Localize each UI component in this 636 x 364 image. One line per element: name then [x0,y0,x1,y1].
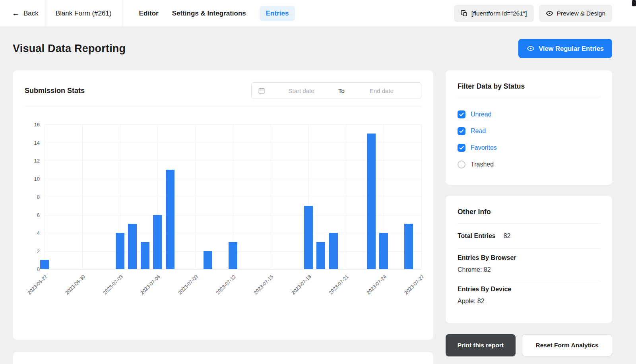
status-filter-list: UnreadReadFavoritesTrashed [458,106,600,173]
x-axis-tick-label: 2023-07-18 [290,274,312,296]
eye-icon [527,45,535,52]
status-option-read[interactable]: Read [458,123,600,139]
status-option-label: Read [471,128,486,135]
chart-bar[interactable] [229,242,237,269]
filter-status-card: Filter Data by Status UnreadReadFavorite… [446,70,612,185]
chart-bar[interactable] [204,251,212,269]
chart-bar[interactable] [367,134,376,269]
topbar-actions: [fluentform id="261"] Preview & Design [454,5,612,22]
vertical-gridline [195,124,196,269]
entries-by-device-value: Apple: 82 [458,298,600,305]
tab-nav: EditorSettings & IntegrationsEntries [139,0,295,27]
back-button[interactable]: ← Back [0,0,45,27]
report-actions: Print this report Reset Form Analytics [446,334,612,356]
divider [458,98,600,98]
total-entries-value: 82 [504,232,511,240]
x-axis-line [45,269,421,269]
chart-title: Submission Stats [25,87,85,95]
scrollbar-thumb[interactable] [632,0,636,6]
status-option-label: Unread [471,111,491,118]
chart-bar[interactable] [329,233,338,269]
x-axis-tick-label: 2023-07-06 [140,274,161,296]
x-axis-tick-label: 2023-06-30 [64,274,86,296]
chart-bar[interactable] [379,233,388,269]
calendar-icon [258,87,265,94]
x-axis-tick-label: 2023-07-21 [328,274,350,296]
y-axis-tick-label: 2 [37,248,40,254]
chart-bar[interactable] [141,242,149,269]
tab-editor[interactable]: Editor [139,6,159,21]
checkbox-checked-icon[interactable] [458,127,465,135]
submission-stats-card: Submission Stats Start date To End date [13,70,433,340]
tab-settings-integrations[interactable]: Settings & Integrations [172,6,246,21]
page-title: Visual Data Reporting [13,43,126,55]
checkbox-unchecked-icon[interactable] [458,161,465,168]
entries-by-browser-label: Entries By Browser [458,254,600,261]
chart-bar[interactable] [128,224,137,269]
chart-bar[interactable] [40,260,49,269]
form-title: Blank Form (#261) [45,10,122,17]
main-columns: Submission Stats Start date To End date [13,70,612,364]
report-column: Submission Stats Start date To End date [13,70,433,364]
vertical-gridline [271,124,271,269]
chart-bar[interactable] [153,215,162,269]
status-option-favorites[interactable]: Favorites [458,139,600,156]
chart-plot: 02468101214162023-06-272023-06-302023-07… [45,124,421,269]
chart-bar[interactable] [166,170,175,269]
chart-bar[interactable] [404,224,413,269]
total-entries-row: Total Entries 82 [458,224,600,248]
preview-design-button[interactable]: Preview & Design [539,5,612,22]
x-axis-tick-label: 2023-07-27 [403,274,425,296]
end-date-input[interactable]: End date [347,87,416,94]
vertical-gridline [346,124,346,269]
next-section-card [13,352,433,364]
x-axis-tick-label: 2023-07-24 [366,274,388,296]
x-axis-tick-label: 2023-07-12 [215,274,237,296]
entries-by-browser-row: Entries By Browser Chrome: 82 [458,249,600,280]
y-axis-tick-label: 14 [34,139,40,145]
y-axis-tick-label: 4 [37,230,40,236]
chart-header-divider [25,106,421,107]
entries-by-browser-value: Chrome: 82 [458,266,600,273]
x-axis-tick-label: 2023-07-15 [253,274,275,296]
back-label: Back [23,10,39,17]
checkbox-checked-icon[interactable] [458,144,465,152]
y-axis-tick-label: 6 [37,212,40,218]
vertical-gridline [82,124,83,269]
status-option-label: Trashed [471,161,494,168]
back-arrow-icon: ← [12,10,19,17]
checkbox-checked-icon[interactable] [458,110,465,118]
other-info-title: Other Info [458,208,600,216]
chart-header: Submission Stats Start date To End date [25,82,421,99]
preview-design-label: Preview & Design [557,10,605,17]
start-date-input[interactable]: Start date [267,87,336,94]
view-regular-entries-button[interactable]: View Regular Entries [518,39,612,58]
entries-by-device-label: Entries By Device [458,286,600,293]
y-axis-tick-label: 8 [37,194,40,200]
copy-icon [461,10,468,17]
date-range-separator: To [336,87,347,94]
chart-bar[interactable] [304,206,313,269]
x-axis-tick-label: 2023-07-09 [177,274,199,296]
print-report-button[interactable]: Print this report [446,334,516,356]
topbar: ← Back Blank Form (#261) EditorSettings … [0,0,636,27]
page-header: Visual Data Reporting View Regular Entri… [13,39,612,58]
status-option-unread[interactable]: Unread [458,106,600,123]
chart-bar[interactable] [316,242,325,269]
page-content: Visual Data Reporting View Regular Entri… [0,27,636,364]
eye-icon [546,10,553,17]
total-entries-label: Total Entries [458,232,496,240]
status-option-trashed[interactable]: Trashed [458,156,600,173]
y-axis-tick-label: 12 [34,158,40,164]
shortcode-button[interactable]: [fluentform id="261"] [454,5,534,22]
filter-status-title: Filter Data by Status [458,82,600,91]
reset-form-analytics-button[interactable]: Reset Form Analytics [522,334,612,356]
vertical-gridline [421,124,422,269]
chart-bar[interactable] [116,233,124,269]
y-axis-tick-label: 16 [34,122,40,128]
topbar-separator [122,0,122,27]
tab-entries[interactable]: Entries [260,6,295,21]
x-axis-tick-label: 2023-07-03 [102,274,124,296]
entries-by-device-row: Entries By Device Apple: 82 [458,280,600,311]
date-range-picker[interactable]: Start date To End date [251,82,421,99]
